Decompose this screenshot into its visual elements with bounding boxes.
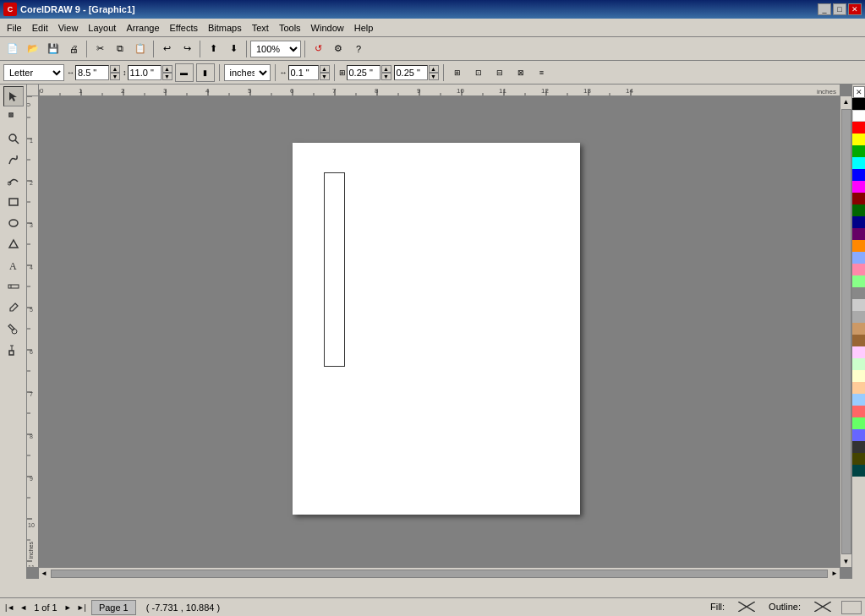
grid-x-down-btn[interactable]: ▼ (381, 73, 391, 80)
open-button[interactable]: 📂 (24, 40, 42, 58)
redo-button[interactable]: ↪ (178, 40, 196, 58)
height-up-btn[interactable]: ▲ (162, 65, 172, 73)
menu-layout[interactable]: Layout (83, 19, 121, 36)
grid-x-input[interactable] (347, 65, 380, 80)
print-button[interactable]: 🖨 (64, 40, 83, 58)
scroll-left-btn[interactable]: ◄ (39, 568, 49, 579)
options-button[interactable]: ⚙ (329, 40, 348, 58)
zoom-select[interactable]: 100% 75% 50% 200% (250, 41, 301, 57)
color-dark-gray[interactable] (852, 441, 866, 453)
menu-help[interactable]: Help (349, 19, 379, 36)
fill-tool-btn[interactable] (3, 319, 24, 339)
landscape-btn[interactable]: ▮ (196, 63, 215, 82)
color-dark-red[interactable] (852, 193, 866, 204)
grid-btn[interactable]: ⊞ (448, 63, 467, 82)
nudge-up-btn[interactable]: ▲ (320, 65, 330, 73)
color-gray[interactable] (852, 287, 866, 299)
color-sky[interactable] (852, 394, 866, 406)
polygon-tool-btn[interactable] (3, 234, 24, 254)
color-white[interactable] (852, 110, 866, 122)
restore-button[interactable]: □ (833, 3, 846, 15)
copy-button[interactable]: ⧉ (111, 40, 129, 58)
align-btn[interactable]: ⊟ (490, 63, 509, 82)
width-up-btn[interactable]: ▲ (110, 65, 120, 73)
color-lime[interactable] (852, 417, 866, 429)
export-button[interactable]: ⬇ (224, 40, 243, 58)
menu-arrange[interactable]: Arrange (121, 19, 164, 36)
scrollbar-thumb-v[interactable] (841, 109, 851, 554)
scroll-down-btn[interactable]: ▼ (841, 556, 851, 567)
color-mint[interactable] (852, 358, 866, 370)
color-dark-green[interactable] (852, 204, 866, 216)
height-down-btn[interactable]: ▼ (162, 73, 172, 80)
page-height-input[interactable] (128, 65, 162, 80)
minimize-button[interactable]: _ (818, 3, 831, 15)
scrollbar-thumb-h[interactable] (51, 570, 828, 578)
color-periwinkle[interactable] (852, 429, 866, 441)
ellipse-tool-btn[interactable] (3, 213, 24, 233)
scrollbar-right[interactable]: ▲ ▼ (840, 96, 851, 567)
color-salmon[interactable] (852, 406, 866, 417)
freehand-tool-btn[interactable] (3, 150, 24, 170)
drawn-rectangle[interactable] (324, 172, 345, 367)
color-teal[interactable] (852, 465, 866, 477)
no-color-swatch[interactable]: ✕ (853, 86, 865, 98)
scrollbar-bottom[interactable]: ◄ ► (39, 567, 840, 579)
menu-text[interactable]: Text (247, 19, 274, 36)
color-blue[interactable] (852, 169, 866, 181)
menu-tools[interactable]: Tools (274, 19, 306, 36)
menu-effects[interactable]: Effects (165, 19, 203, 36)
extra-btn[interactable]: ≡ (533, 63, 551, 82)
nudge-input[interactable] (288, 65, 319, 80)
cut-button[interactable]: ✂ (90, 40, 109, 58)
view-btn[interactable]: ⊠ (512, 63, 530, 82)
units-select[interactable]: inches mm cm pixels (224, 64, 271, 81)
menu-bitmaps[interactable]: Bitmaps (203, 19, 247, 36)
shape-tool-btn[interactable] (3, 107, 24, 128)
menu-window[interactable]: Window (306, 19, 349, 36)
color-red[interactable] (852, 122, 866, 134)
canvas-scroll-area[interactable] (39, 96, 840, 567)
color-yellow[interactable] (852, 134, 866, 145)
color-brown[interactable] (852, 335, 866, 346)
scroll-right-btn[interactable]: ► (829, 568, 840, 579)
interactive-tool-btn[interactable] (3, 276, 24, 297)
color-medium-gray[interactable] (852, 311, 866, 323)
color-cream[interactable] (852, 370, 866, 382)
grid-x-up-btn[interactable]: ▲ (381, 65, 391, 73)
refresh-button[interactable]: ↺ (309, 40, 327, 58)
grid-y-down-btn[interactable]: ▼ (429, 73, 439, 80)
menu-view[interactable]: View (53, 19, 84, 36)
nudge-down-btn[interactable]: ▼ (320, 73, 330, 80)
menu-edit[interactable]: Edit (27, 19, 53, 36)
first-page-btn[interactable]: |◄ (3, 603, 16, 612)
eyedropper-tool-btn[interactable] (3, 297, 24, 318)
color-purple[interactable] (852, 228, 866, 240)
color-light-blue[interactable] (852, 252, 866, 264)
color-green[interactable] (852, 145, 866, 157)
grid-y-input[interactable] (394, 65, 428, 80)
color-peach[interactable] (852, 382, 866, 394)
zoom-tool-btn[interactable] (3, 128, 24, 149)
snap-btn[interactable]: ⊡ (469, 63, 488, 82)
text-tool-btn[interactable]: A (3, 255, 24, 275)
page-tab[interactable]: Page 1 (91, 600, 136, 615)
outline-tool-btn[interactable] (3, 340, 24, 360)
save-button[interactable]: 💾 (44, 40, 63, 58)
color-cyan[interactable] (852, 157, 866, 169)
menu-file[interactable]: File (2, 19, 27, 36)
color-light-gray[interactable] (852, 299, 866, 311)
smartdraw-tool-btn[interactable] (3, 171, 24, 191)
rectangle-tool-btn[interactable] (3, 192, 24, 212)
next-page-btn[interactable]: ► (63, 603, 74, 612)
width-down-btn[interactable]: ▼ (110, 73, 120, 80)
page-width-input[interactable] (75, 65, 109, 80)
new-button[interactable]: 📄 (3, 40, 22, 58)
portrait-btn[interactable]: ▬ (175, 63, 194, 82)
color-dark-blue[interactable] (852, 216, 866, 228)
select-tool-btn[interactable] (3, 86, 24, 106)
help-icon-btn[interactable]: ? (349, 40, 368, 58)
undo-button[interactable]: ↩ (157, 40, 176, 58)
last-page-btn[interactable]: ►| (75, 603, 88, 612)
paste-button[interactable]: 📋 (131, 40, 150, 58)
